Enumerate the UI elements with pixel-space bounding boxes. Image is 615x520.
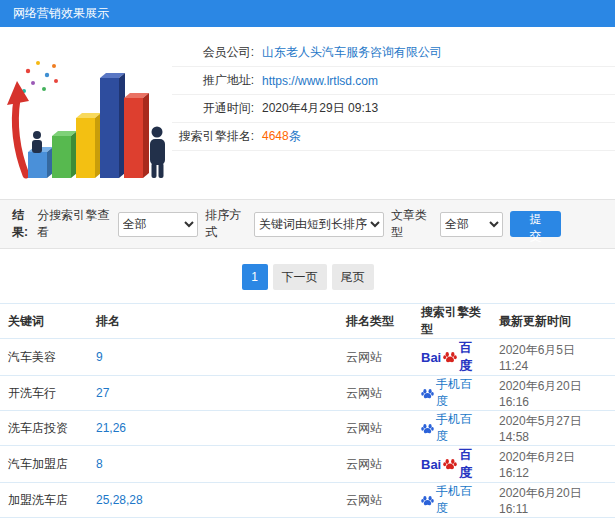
mobile-baidu-paw-icon [421,422,434,435]
info-section: 会员公司: 山东老人头汽车服务咨询有限公司 推广地址: https://www.… [0,27,615,183]
small-businessman-figure [32,131,42,153]
baidu-logo-suffix: 百度 [459,446,483,482]
engine-cell: 手机百度 [413,376,491,411]
growth-arrow [7,81,29,175]
engine-cell: 手机百度 [413,483,491,518]
info-row-url: 推广地址: https://www.lrtlsd.com [172,67,615,95]
time-cell: 2020年6月2日 16:12 [491,446,615,483]
keyword-cell: 开洗车行 [0,376,88,411]
col-header-engine-type: 搜索引擎类型 [413,304,491,339]
engine-cell: 手机百度 [413,411,491,446]
baidu-logo-prefix: Bai [421,350,441,365]
rank-type-cell: 云网站 [338,339,413,376]
page-title: 网络营销效果展示 [13,5,109,22]
rank-cell[interactable]: 8 [88,446,338,483]
rank-count-label: 搜索引擎排名: [172,128,254,145]
table-row: 汽车加盟店8云网站Bai百度2020年6月2日 16:12 [0,446,615,483]
company-link[interactable]: 山东老人头汽车服务咨询有限公司 [262,44,442,61]
submit-button[interactable]: 提交 [510,211,561,237]
sort-mode-select[interactable]: 关键词由短到长排序 [254,212,384,237]
rank-type-cell: 云网站 [338,411,413,446]
table-row: 开洗车行27云网站手机百度2020年6月20日 16:16 [0,376,615,411]
col-header-update-time: 最新更新时间 [491,304,615,339]
rank-count-unit: 条 [289,129,301,143]
rank-cell[interactable]: 21,26 [88,411,338,446]
col-header-rank: 排名 [88,304,338,339]
rank-count-value: 4648条 [262,128,301,145]
results-table: 关键词 排名 排名类型 搜索引擎类型 最新更新时间 汽车美容9云网站Bai百度2… [0,303,615,520]
rank-cell[interactable]: 25,28,28 [88,483,338,518]
keyword-cell: 汽车加盟店 [0,446,88,483]
col-header-keyword: 关键词 [0,304,88,339]
engine-filter-select[interactable]: 全部 [118,212,199,237]
mobile-baidu-logo: 手机百度 [421,376,483,410]
keyword-cell: 加盟洗车店 [0,483,88,518]
bar-chart-illustration [0,33,172,183]
promo-url-label: 推广地址: [172,72,254,89]
baidu-logo-prefix: Bai [421,457,441,472]
mobile-baidu-label: 手机百度 [436,376,483,410]
mobile-baidu-label: 手机百度 [436,483,483,517]
article-type-label: 文章类型 [391,207,433,241]
bar-chart-illustration-svg [0,33,172,183]
table-row: 汽车美容9云网站Bai百度2020年6月5日 11:24 [0,339,615,376]
baidu-logo-suffix: 百度 [459,339,483,375]
results-section-label: 结果: [12,207,37,241]
businessman-figure [150,127,165,179]
header-bar: 网络营销效果展示 [0,0,615,27]
col-header-rank-type: 排名类型 [338,304,413,339]
article-type-select[interactable]: 全部 [440,212,503,237]
info-row-company: 会员公司: 山东老人头汽车服务咨询有限公司 [172,39,615,67]
open-time-label: 开通时间: [172,100,254,117]
mobile-baidu-paw-icon [421,494,434,507]
time-cell: 2020年6月20日 16:11 [491,483,615,518]
info-fields: 会员公司: 山东老人头汽车服务咨询有限公司 推广地址: https://www.… [172,33,615,183]
time-cell: 2020年5月27日 14:58 [491,411,615,446]
pagination: 1 下一页 尾页 [0,264,615,290]
engine-cell: Bai百度 [413,339,491,376]
baidu-logo: Bai百度 [421,446,483,482]
confetti-dots [22,61,58,93]
results-table-body: 汽车美容9云网站Bai百度2020年6月5日 11:24开洗车行27云网站手机百… [0,339,615,520]
rank-cell[interactable]: 9 [88,339,338,376]
sort-mode-label: 排序方式 [205,207,247,241]
rank-count-number: 4648 [262,129,289,143]
filter-controls: 分搜索引擎查看 全部 排序方式 关键词由短到长排序 文章类型 全部 提交 [37,207,603,241]
keyword-cell: 洗车店投资 [0,411,88,446]
table-header-row: 关键词 排名 排名类型 搜索引擎类型 最新更新时间 [0,304,615,339]
open-time-value: 2020年4月29日 09:13 [262,100,378,117]
baidu-paw-icon [443,457,457,471]
table-row: 加盟洗车店25,28,28云网站手机百度2020年6月20日 16:11 [0,483,615,518]
last-page-button[interactable]: 尾页 [332,264,374,290]
baidu-paw-icon [443,350,457,364]
rank-cell[interactable]: 27 [88,376,338,411]
info-row-rank-count: 搜索引擎排名: 4648条 [172,123,615,151]
bars [28,73,149,178]
engine-filter-label: 分搜索引擎查看 [37,207,110,241]
engine-cell: Bai百度 [413,446,491,483]
mobile-baidu-paw-icon [421,387,434,400]
company-label: 会员公司: [172,44,254,61]
next-page-button[interactable]: 下一页 [273,264,327,290]
baidu-logo: Bai百度 [421,339,483,375]
info-row-open-time: 开通时间: 2020年4月29日 09:13 [172,95,615,123]
mobile-baidu-label: 手机百度 [436,411,483,445]
rank-type-cell: 云网站 [338,446,413,483]
mobile-baidu-logo: 手机百度 [421,411,483,445]
filter-bar: 结果: 分搜索引擎查看 全部 排序方式 关键词由短到长排序 文章类型 全部 提交 [0,199,615,249]
promo-url-link[interactable]: https://www.lrtlsd.com [262,74,378,88]
mobile-baidu-logo: 手机百度 [421,483,483,517]
rank-type-cell: 云网站 [338,376,413,411]
rank-type-cell: 云网站 [338,483,413,518]
time-cell: 2020年6月20日 16:16 [491,376,615,411]
time-cell: 2020年6月5日 11:24 [491,339,615,376]
page-button-current[interactable]: 1 [242,264,268,290]
table-row: 洗车店投资21,26云网站手机百度2020年5月27日 14:58 [0,411,615,446]
keyword-cell: 汽车美容 [0,339,88,376]
